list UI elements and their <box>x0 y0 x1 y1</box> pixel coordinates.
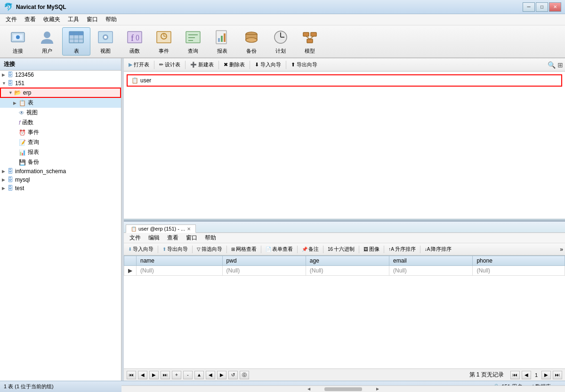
toolbar-query[interactable]: 查询 <box>179 27 207 56</box>
tree-item-151[interactable]: ▼ 🗄 151 <box>0 79 121 88</box>
tab-filter-icon: ▽ <box>197 247 201 252</box>
menu-window[interactable]: 窗口 <box>83 15 102 24</box>
nav-page-last[interactable]: ⏭ <box>553 371 562 379</box>
tab-sort-desc-btn[interactable]: ↓A 降序排序 <box>422 245 454 253</box>
menu-view[interactable]: 查看 <box>21 15 40 24</box>
nav-delete-record[interactable]: - <box>183 371 193 379</box>
import-icon: ⬇ <box>255 62 259 68</box>
tree-item-event-group[interactable]: ⏰ 事件 <box>0 128 121 137</box>
tab-grid-btn[interactable]: ⊞ 网格查看 <box>229 245 259 253</box>
tb2-sep-2 <box>185 61 186 69</box>
col-header-email[interactable]: email <box>389 256 473 266</box>
data-tab[interactable]: 📋 user @erp (151) - ... ✕ <box>126 224 196 233</box>
tree-item-backup-group[interactable]: 💾 备份 <box>0 157 121 167</box>
tab-sort-asc-btn[interactable]: ↑A 升序排序 <box>386 245 418 253</box>
open-table-button[interactable]: ▶ 打开表 <box>126 60 152 69</box>
tree-label-test: test <box>15 185 24 192</box>
minimize-button[interactable]: ─ <box>523 2 535 12</box>
tab-close-button[interactable]: ✕ <box>187 226 191 232</box>
tree-item-query-group[interactable]: 📝 查询 <box>0 137 121 147</box>
nav-add-record[interactable]: + <box>172 371 181 379</box>
new-table-button[interactable]: ➕ 新建表 <box>187 60 217 69</box>
nav-first-record[interactable]: ⏮ <box>127 371 136 379</box>
toolbar-connect[interactable]: 连接 <box>4 27 32 56</box>
tree-item-mysql[interactable]: ▶ 🗄 mysql <box>0 176 121 184</box>
grid-view-icon[interactable]: ⊞ <box>557 61 563 69</box>
tree-item-table-group[interactable]: ▶ 📋 表 <box>0 98 121 108</box>
row-indicator: ▶ <box>124 266 137 276</box>
export-wizard-button[interactable]: ⬆ 导出向导 <box>288 60 320 69</box>
tree-item-info-schema[interactable]: ▶ 🗄 information_schema <box>0 167 121 176</box>
tree-item-report-group[interactable]: 📊 报表 <box>0 147 121 157</box>
nav-up[interactable]: ▲ <box>194 371 204 379</box>
arrow-mysql: ▶ <box>2 177 8 182</box>
tree-item-123456[interactable]: ▶ 🗄 123456 <box>0 71 121 79</box>
col-header-pwd[interactable]: pwd <box>222 256 306 266</box>
cell-phone[interactable]: (Null) <box>473 266 565 276</box>
design-table-button[interactable]: ✏ 设计表 <box>156 60 183 69</box>
toolbar-event[interactable]: 事件 <box>150 27 178 56</box>
nav-redo[interactable]: ▶ <box>217 371 226 379</box>
col-header-phone[interactable]: phone <box>473 256 565 266</box>
cell-name[interactable]: (Null) <box>137 266 223 276</box>
nav-last-record[interactable]: ⏭ <box>161 371 170 379</box>
export-label: 导出向导 <box>297 61 317 68</box>
maximize-button[interactable]: □ <box>536 2 548 12</box>
col-header-name[interactable]: name <box>137 256 223 266</box>
menu-tools[interactable]: 工具 <box>64 15 83 24</box>
toolbar-function[interactable]: f () 函数 <box>121 27 149 56</box>
nav-prev-record[interactable]: ◀ <box>138 371 147 379</box>
svg-point-2 <box>16 35 20 39</box>
tab-export-btn[interactable]: ⬆ 导出向导 <box>160 245 190 253</box>
tab-menu-edit[interactable]: 编辑 <box>145 233 163 243</box>
nav-clear[interactable]: ⓪ <box>240 371 249 379</box>
tab-hex-btn[interactable]: 16 十六进制 <box>325 245 357 253</box>
tab-image-btn[interactable]: 🖼 图像 <box>361 245 382 253</box>
tab-memo-icon: 📌 <box>302 247 307 252</box>
table-item-label-user: user <box>140 77 151 84</box>
svg-line-37 <box>310 36 314 39</box>
nav-undo[interactable]: ◀ <box>206 371 215 379</box>
table-row[interactable]: ▶ (Null) (Null) (Null) (Null) (Null) <box>124 266 565 276</box>
tab-form-btn[interactable]: 📄 表单查看 <box>263 245 295 253</box>
cell-email[interactable]: (Null) <box>389 266 473 276</box>
toolbar-table[interactable]: 表 <box>62 27 90 56</box>
tree-item-view-group[interactable]: 👁 视图 <box>0 108 121 118</box>
tree-item-test[interactable]: ▶ 🗄 test <box>0 184 121 192</box>
search-icon[interactable]: 🔍 <box>548 61 556 69</box>
cell-age[interactable]: (Null) <box>306 266 389 276</box>
import-wizard-button[interactable]: ⬇ 导入向导 <box>252 60 284 69</box>
nav-page-next[interactable]: ▶ <box>541 371 551 379</box>
toolbar-backup[interactable]: 备份 <box>237 27 266 56</box>
export-icon: ⬆ <box>291 62 295 68</box>
menu-file[interactable]: 文件 <box>2 15 21 24</box>
toolbar-schedule[interactable]: 计划 <box>266 27 295 56</box>
menu-favorites[interactable]: 收藏夹 <box>40 15 64 24</box>
tab-toolbar-expand[interactable]: » <box>560 246 563 253</box>
tab-filter-btn[interactable]: ▽ 筛选向导 <box>194 245 225 253</box>
menu-bar: 文件 查看 收藏夹 工具 窗口 帮助 <box>0 14 565 25</box>
nav-refresh[interactable]: ↺ <box>228 371 238 379</box>
delete-table-button[interactable]: ✖ 删除表 <box>221 60 248 69</box>
tab-menu-help[interactable]: 帮助 <box>201 233 220 243</box>
toolbar-user[interactable]: 用户 <box>33 27 61 56</box>
nav-page-first[interactable]: ⏮ <box>510 371 520 379</box>
toolbar-report[interactable]: 报表 <box>208 27 236 56</box>
col-header-age[interactable]: age <box>306 256 389 266</box>
tree-item-erp[interactable]: ▼ 📂 erp <box>0 88 121 98</box>
tab-import-btn[interactable]: ⬇ 导入向导 <box>126 245 156 253</box>
tab-menu-file[interactable]: 文件 <box>126 233 145 243</box>
tree-item-func-group[interactable]: f 函数 <box>0 118 121 128</box>
close-button[interactable]: ✕ <box>549 2 561 12</box>
toolbar-model[interactable]: 模型 <box>296 27 324 56</box>
tab-menu-window[interactable]: 窗口 <box>182 233 201 243</box>
nav-next-record[interactable]: ▶ <box>149 371 159 379</box>
cell-pwd[interactable]: (Null) <box>222 266 306 276</box>
svg-rect-34 <box>311 32 316 36</box>
menu-help[interactable]: 帮助 <box>102 15 121 24</box>
nav-page-prev[interactable]: ◀ <box>522 371 531 379</box>
tab-menu-view[interactable]: 查看 <box>163 233 182 243</box>
toolbar-view[interactable]: 视图 <box>91 27 120 56</box>
table-item-user[interactable]: 📋 user <box>127 74 562 87</box>
tab-memo-btn[interactable]: 📌 备注 <box>299 245 321 253</box>
